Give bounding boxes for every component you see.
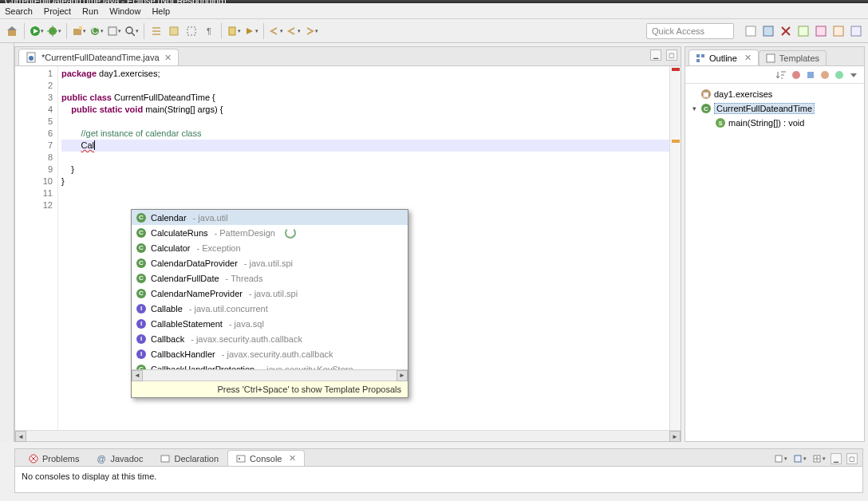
new-package-icon[interactable] [72,24,86,38]
close-tab-icon[interactable]: ✕ [289,453,296,464]
class-icon: C [701,104,711,113]
tree-label: main(String[]) : void [728,118,804,128]
perspective-other2-icon[interactable] [814,24,828,38]
line-number: 11 [26,187,53,199]
interface-icon: I [136,334,146,344]
block-selection-icon[interactable] [184,24,199,38]
tab-console[interactable]: Console ✕ [227,450,305,466]
tab-declaration[interactable]: Declaration [152,451,227,466]
completion-list[interactable]: CCalendar - java.utilCCalculateRuns - Pa… [132,210,408,369]
completion-item[interactable]: ICallbackHandler - javax.security.auth.c… [132,346,408,361]
outline-package-node[interactable]: ▣ day1.exercises [690,87,859,101]
maximize-view-icon[interactable]: ▢ [846,453,858,464]
completion-name: Callback [151,334,184,344]
quick-access-input[interactable]: Quick Access [646,23,734,39]
perspective-other1-icon[interactable] [796,24,811,38]
svg-rect-7 [73,29,81,35]
svg-point-35 [821,71,829,79]
content-assist-popup: CCalendar - java.utilCCalculateRuns - Pa… [131,209,408,398]
filter-nonpublic-icon[interactable] [819,69,831,81]
tab-templates[interactable]: Templates [759,50,827,65]
sort-icon[interactable] [776,69,787,81]
code-token: void [125,105,144,114]
perspective-other3-icon[interactable] [831,24,846,38]
forward-icon[interactable] [304,24,318,38]
scroll-right-icon[interactable]: ► [669,431,681,442]
completion-item[interactable]: CCalendarDataProvider - java.util.spi [132,255,408,270]
back-icon[interactable] [286,24,301,38]
completion-package: - javax.security.auth.callback [222,349,333,359]
outline-class-node[interactable]: ▾ C CurrentFullDateandTime [690,101,859,116]
code-token: public [61,93,87,102]
outline-view: Outline ✕ Templates ▣ day1.exercises ▾ [685,46,865,442]
search-icon[interactable] [124,24,139,38]
tab-problems[interactable]: Problems [20,451,88,466]
completion-item[interactable]: ICallableStatement - java.sql [132,316,408,331]
next-annotation-icon[interactable] [244,24,258,38]
completion-horizontal-scrollbar[interactable]: ◄ ► [132,369,408,381]
bottom-tab-bar: Problems @ Javadoc Declaration Console ✕… [15,449,862,467]
completion-item[interactable]: CCalculator - Exception [132,240,408,255]
last-edit-icon[interactable] [269,24,283,38]
filter-local-icon[interactable] [834,69,845,81]
overview-warning-marker[interactable] [672,140,680,143]
tab-javadoc[interactable]: @ Javadoc [88,451,152,466]
perspective-other4-icon[interactable] [849,24,863,38]
maximize-view-icon[interactable]: ▢ [666,49,677,61]
mark-occurrences-icon[interactable] [167,24,181,38]
completion-item[interactable]: CCalendarNameProvider - java.util.spi [132,286,408,301]
view-menu-icon[interactable] [848,69,859,81]
debug-icon[interactable] [47,24,61,38]
tab-label: Javadoc [110,454,143,464]
perspective-debug-icon[interactable] [761,24,775,38]
completion-item[interactable]: CCalendar - java.util [132,210,408,225]
outline-method-node[interactable]: S main(String[]) : void [690,116,859,130]
open-type-icon[interactable] [107,24,121,38]
menu-window[interactable]: Window [109,6,140,16]
completion-item[interactable]: CCalculateRuns - PatternDesign [132,225,408,240]
run-icon[interactable] [30,24,44,38]
menu-help[interactable]: Help [152,6,170,16]
editor-tab[interactable]: *CurrentFullDateandTime.java ✕ [18,49,179,65]
filter-fields-icon[interactable] [791,69,802,81]
home-icon[interactable] [5,24,19,38]
new-console-icon[interactable] [811,452,826,466]
text-caret [94,140,95,150]
tab-outline[interactable]: Outline ✕ [688,49,759,65]
tree-collapse-icon[interactable]: ▾ [690,105,698,112]
overview-ruler[interactable] [669,66,681,430]
menu-search[interactable]: Search [5,6,33,16]
perspective-java-icon[interactable] [744,24,758,38]
trim-stack-left[interactable] [0,43,14,442]
perspective-close-icon[interactable] [779,24,793,38]
completion-package: - Exception [197,243,241,253]
completion-item[interactable]: CCallbackHandlerProtection - java.securi… [132,361,408,369]
scroll-left-icon[interactable]: ◄ [15,431,26,442]
completion-item[interactable]: ICallable - java.util.concurrent [132,301,408,316]
display-console-icon[interactable] [792,452,807,466]
toggle-breadcrumb-icon[interactable] [149,24,164,38]
show-whitespace-icon[interactable]: ¶ [202,24,216,38]
line-number-gutter: 1 2 3 4 5 6 7 8 9 10 11 12 [26,66,58,430]
outline-tab-bar: Outline ✕ Templates [685,47,864,66]
scroll-left-icon[interactable]: ◄ [132,370,143,381]
toolbar-separator [24,23,25,39]
menu-run[interactable]: Run [82,6,98,16]
outline-tree[interactable]: ▣ day1.exercises ▾ C CurrentFullDateandT… [685,84,864,133]
minimize-view-icon[interactable]: ▁ [831,453,842,464]
editor-horizontal-scrollbar[interactable]: ◄ ► [15,430,681,441]
completion-item[interactable]: CCalendarFullDate - Threads [132,270,408,286]
scroll-right-icon[interactable]: ► [397,370,408,381]
svg-rect-45 [795,456,801,462]
pin-console-icon[interactable] [773,452,787,466]
code-token: public [71,105,97,114]
minimize-view-icon[interactable]: ▁ [650,49,661,61]
new-class-icon[interactable]: C [89,24,104,38]
annotation-nav-icon[interactable] [227,24,241,38]
close-tab-icon[interactable]: ✕ [744,53,752,63]
filter-static-icon[interactable] [805,69,816,81]
close-tab-icon[interactable]: ✕ [164,53,172,63]
overview-error-marker[interactable] [672,68,680,71]
completion-item[interactable]: ICallback - javax.security.auth.callback [132,331,408,346]
menu-project[interactable]: Project [44,6,71,16]
